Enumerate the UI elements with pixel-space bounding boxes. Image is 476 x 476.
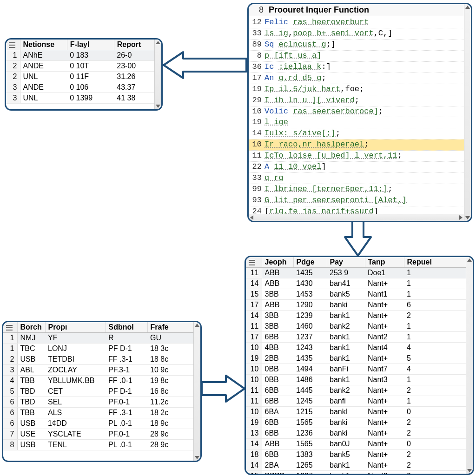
code-line[interactable]: 24[rlg,fe jas narif+ssurd] (249, 206, 464, 214)
vertical-scrollbar[interactable] (466, 257, 473, 474)
column-header[interactable]: Sdbnol (106, 322, 147, 333)
table-row[interactable]: 3ANDE0 10643.37 (6, 82, 161, 93)
table-row[interactable]: 5TBDCETPF D-116 8c (3, 386, 200, 397)
table-row[interactable]: 1TBCLONJPF D-118 3c (3, 344, 200, 354)
column-header[interactable] (3, 322, 17, 333)
column-header[interactable]: Frafe (147, 322, 200, 333)
column-header[interactable]: Repuel (404, 257, 473, 268)
code-line[interactable]: 99I lbrinee [terner6per,11;]; (249, 184, 464, 195)
code-text[interactable]: q rg (264, 173, 464, 184)
code-text[interactable]: Volic ras seerserboroce]; (264, 106, 464, 117)
code-line[interactable]: 93G lit per seersepronti [Alet,] (249, 195, 464, 206)
table-row[interactable]: 113BB1460bank2Nant+1 (246, 321, 473, 332)
table-row[interactable]: 2ANDE0 10T23-00 (6, 61, 161, 72)
table-row[interactable]: 1NMJYFRGU (3, 333, 200, 344)
code-line[interactable]: 10Volic ras seerserboroce]; (249, 106, 464, 118)
table-netionse[interactable]: NetionseF-laylReport1ANhE0 18326-02ANDE0… (6, 40, 161, 104)
code-text[interactable]: A 11 10 voel] (264, 162, 464, 172)
code-text[interactable]: p [ift us a] (264, 51, 464, 61)
column-header[interactable]: F-layl (67, 40, 114, 50)
code-line[interactable]: 14Iulx: s/aive[;]; (249, 128, 464, 139)
code-text[interactable]: G lit per seersepronti [Alet,] (264, 195, 464, 206)
column-header[interactable]: Jeoph (262, 257, 293, 268)
column-header[interactable]: Pay (327, 257, 365, 268)
menu-icon[interactable] (9, 42, 15, 48)
table-row[interactable]: 3ABLZOCLAYPF.3-110 9c (3, 365, 200, 376)
table-row[interactable]: 106BA1215bankINant+0 (246, 407, 473, 417)
table-row[interactable]: 6USB1¢DDPL .0-118 9c (3, 418, 200, 429)
table-row[interactable]: 7USEYSCLATEPF.0-128 9c (3, 429, 200, 440)
code-line[interactable]: 89Sq eclncust g;] (249, 40, 464, 51)
horizontal-scrollbar[interactable] (249, 214, 464, 221)
vertical-scrollbar[interactable] (193, 322, 200, 461)
table-row[interactable]: 104BB1243bank1Nant44 (246, 343, 473, 353)
code-line[interactable]: 17An g,rd d5 g; (249, 73, 464, 84)
table-row[interactable]: 4TBBYBLLUMK.BBFF .0-119 8c (3, 376, 200, 386)
column-header[interactable]: Pdge (293, 257, 327, 268)
code-text[interactable]: Ic :iellaa k:] (264, 62, 464, 73)
code-text[interactable]: l ige (264, 117, 464, 128)
code-line[interactable]: 36Ic :iellaa k:] (249, 62, 464, 73)
code-text[interactable]: Iulx: s/aive[;]; (264, 128, 464, 139)
table-row[interactable]: 196BB1565bankiNant+2 (246, 417, 473, 428)
table-row[interactable]: 143BB1239bank1Nant+2 (246, 311, 473, 321)
code-line[interactable]: 11IcTo loise [u_bed] l vert,11; (249, 151, 464, 162)
code-text[interactable]: [rlg,fe jas narif+ssurd] (264, 206, 464, 214)
column-header[interactable]: Netionse (20, 40, 67, 50)
code-text[interactable]: I ih ln u ][ viverd; (264, 95, 464, 106)
table-row[interactable]: 3UNL0 139941 38 (6, 93, 161, 104)
code-line[interactable]: 33q rg (249, 173, 464, 184)
column-header[interactable]: Tanp (365, 257, 404, 268)
vertical-scrollbar[interactable] (464, 4, 471, 221)
code-text[interactable]: Felic ras heeroverburt (264, 17, 464, 28)
table-borch[interactable]: BorchPropıSdbnolFrafe1NMJYFRGU1TBCLONJPF… (3, 322, 200, 450)
table-row[interactable]: 2UNL0 11F31.26 (6, 72, 161, 82)
table-row[interactable]: 153BB1453bank5Nant11 (246, 289, 473, 300)
table-row[interactable]: 14ABB1565ban0JNant+0 (246, 439, 473, 450)
table-row[interactable]: 100BB1494banFiNant74 (246, 364, 473, 375)
table-row[interactable]: 17ABB1290bankiNant+6 (246, 300, 473, 311)
code-line[interactable]: 29I ih ln u ][ viverd; (249, 95, 464, 106)
code-line[interactable]: 22A 11 10 voel] (249, 162, 464, 173)
code-text[interactable]: Sq eclncust g;] (264, 40, 464, 50)
code-body[interactable]: 12Felic ras heeroverburt33ls ig,poop b+ … (249, 17, 464, 214)
code-text[interactable]: An g,rd d5 g; (264, 73, 464, 84)
code-text[interactable]: Ir raco,nr haslperael; (264, 139, 464, 150)
column-header[interactable]: Propı (45, 322, 106, 333)
table-row[interactable]: 8USBTENLPL .0-128 9c (3, 440, 200, 450)
table-row[interactable]: 100BB1486bank1Nant31 (246, 375, 473, 385)
column-header[interactable] (246, 257, 262, 268)
table-jeoph[interactable]: JeophPdgePayTanpRepuel11ABB1435253 9Doe1… (246, 257, 473, 474)
table-row[interactable]: 192BB1435bank1Nant+5 (246, 353, 473, 364)
table-row[interactable]: 116BB1445bank2Nant+2 (246, 385, 473, 396)
table-row[interactable]: 14ABB1430ban41Nant+1 (246, 278, 473, 289)
menu-icon[interactable] (249, 260, 255, 265)
table-row[interactable]: 11ABB1435253 9Doe11 (246, 268, 473, 278)
table-row[interactable]: 6TBDSELPF.0-111.2c (3, 397, 200, 408)
code-line[interactable]: 12Felic ras heeroverburt (249, 17, 464, 28)
code-line[interactable]: 10Ir raco,nr haslperael; (249, 139, 464, 151)
column-header[interactable]: Borch (17, 322, 45, 333)
cell: 1237 (293, 332, 327, 343)
table-row[interactable]: 15PBPB1267bank1Nant20 (246, 471, 473, 474)
table-row[interactable]: 136BB1236bankiNant+2 (246, 428, 473, 439)
table-row[interactable]: 2USBTETDBIFF .3-118 8c (3, 354, 200, 365)
menu-icon[interactable] (6, 325, 13, 331)
table-row[interactable]: 116BB1245banfiNant+1 (246, 396, 473, 407)
vertical-scrollbar[interactable] (154, 40, 161, 109)
column-header[interactable] (6, 40, 20, 50)
code-line[interactable]: 33ls ig,poop b+ sen1 vort,C,] (249, 28, 464, 40)
code-text[interactable]: Ip il.5/juk hart,foe; (264, 84, 464, 95)
table-row[interactable]: 142BA1265bank1Nant+2 (246, 460, 473, 471)
code-line[interactable]: 19l ige (249, 117, 464, 128)
cell: 6BB (262, 385, 293, 396)
code-text[interactable]: ls ig,poop b+ sen1 vort,C,] (264, 28, 464, 39)
code-text[interactable]: I lbrinee [terner6per,11;]; (264, 184, 464, 195)
code-line[interactable]: 8p [ift us a] (249, 51, 464, 62)
table-row[interactable]: 186BB1383bank5Nant+2 (246, 450, 473, 460)
code-line[interactable]: 19Ip il.5/juk hart,foe; (249, 84, 464, 95)
code-text[interactable]: IcTo loise [u_bed] l vert,11; (264, 151, 464, 161)
table-row[interactable]: 6TBBALSFF .3-118 2c (3, 408, 200, 418)
table-row[interactable]: 176BB1237bank1Nant21 (246, 332, 473, 343)
table-row[interactable]: 1ANhE0 18326-0 (6, 50, 161, 61)
